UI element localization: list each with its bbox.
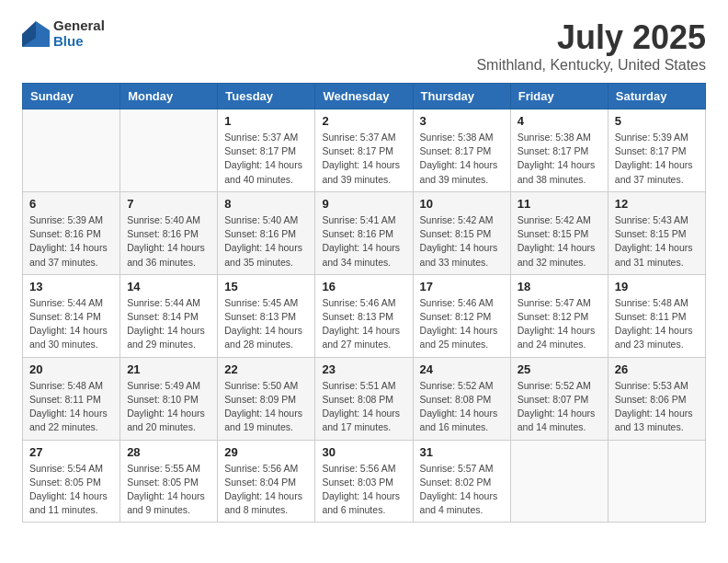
day-number: 12 xyxy=(615,197,699,211)
calendar-cell: 1Sunrise: 5:37 AM Sunset: 8:17 PM Daylig… xyxy=(218,109,315,192)
calendar-header: SundayMondayTuesdayWednesdayThursdayFrid… xyxy=(23,84,706,109)
day-number: 5 xyxy=(615,114,699,128)
calendar-week-3: 13Sunrise: 5:44 AM Sunset: 8:14 PM Dayli… xyxy=(23,274,706,357)
day-number: 23 xyxy=(322,362,405,376)
calendar-cell: 25Sunrise: 5:52 AM Sunset: 8:07 PM Dayli… xyxy=(510,357,608,440)
calendar-cell: 19Sunrise: 5:48 AM Sunset: 8:11 PM Dayli… xyxy=(608,274,705,357)
calendar-cell: 10Sunrise: 5:42 AM Sunset: 8:15 PM Dayli… xyxy=(413,191,510,274)
day-info: Sunrise: 5:57 AM Sunset: 8:02 PM Dayligh… xyxy=(420,462,504,518)
day-info: Sunrise: 5:40 AM Sunset: 8:16 PM Dayligh… xyxy=(127,213,210,270)
calendar-cell: 29Sunrise: 5:56 AM Sunset: 8:04 PM Dayli… xyxy=(218,440,315,523)
day-number: 28 xyxy=(127,445,210,459)
day-number: 7 xyxy=(127,197,210,211)
day-info: Sunrise: 5:48 AM Sunset: 8:11 PM Dayligh… xyxy=(29,379,113,435)
day-number: 21 xyxy=(127,362,210,376)
calendar-cell: 15Sunrise: 5:45 AM Sunset: 8:13 PM Dayli… xyxy=(218,274,315,357)
day-info: Sunrise: 5:51 AM Sunset: 8:08 PM Dayligh… xyxy=(322,379,405,435)
calendar-cell: 21Sunrise: 5:49 AM Sunset: 8:10 PM Dayli… xyxy=(120,357,218,440)
day-number: 19 xyxy=(615,280,699,293)
day-info: Sunrise: 5:44 AM Sunset: 8:14 PM Dayligh… xyxy=(127,296,210,352)
day-info: Sunrise: 5:37 AM Sunset: 8:17 PM Dayligh… xyxy=(224,131,308,187)
calendar-cell: 20Sunrise: 5:48 AM Sunset: 8:11 PM Dayli… xyxy=(23,357,120,440)
day-info: Sunrise: 5:41 AM Sunset: 8:16 PM Dayligh… xyxy=(322,213,405,270)
calendar-cell: 13Sunrise: 5:44 AM Sunset: 8:14 PM Dayli… xyxy=(23,274,120,357)
title-block: July 2025 Smithland, Kentucky, United St… xyxy=(476,18,706,74)
day-info: Sunrise: 5:46 AM Sunset: 8:13 PM Dayligh… xyxy=(322,296,405,352)
day-info: Sunrise: 5:44 AM Sunset: 8:14 PM Dayligh… xyxy=(29,296,113,352)
calendar-cell: 9Sunrise: 5:41 AM Sunset: 8:16 PM Daylig… xyxy=(315,191,413,274)
day-info: Sunrise: 5:43 AM Sunset: 8:15 PM Dayligh… xyxy=(615,213,699,270)
day-header-monday: Monday xyxy=(120,84,218,109)
day-number: 15 xyxy=(224,280,308,293)
logo-icon xyxy=(22,21,50,47)
calendar-cell xyxy=(120,109,218,192)
logo-general-text: General xyxy=(53,18,105,34)
header-row: SundayMondayTuesdayWednesdayThursdayFrid… xyxy=(23,84,706,109)
day-number: 18 xyxy=(518,280,601,293)
calendar-cell: 30Sunrise: 5:56 AM Sunset: 8:03 PM Dayli… xyxy=(315,440,413,523)
calendar-cell: 8Sunrise: 5:40 AM Sunset: 8:16 PM Daylig… xyxy=(218,191,315,274)
calendar-cell: 11Sunrise: 5:42 AM Sunset: 8:15 PM Dayli… xyxy=(510,191,608,274)
day-header-wednesday: Wednesday xyxy=(315,84,413,109)
logo: General Blue xyxy=(22,18,105,49)
calendar-cell xyxy=(510,440,608,523)
calendar-cell: 16Sunrise: 5:46 AM Sunset: 8:13 PM Dayli… xyxy=(315,274,413,357)
day-info: Sunrise: 5:46 AM Sunset: 8:12 PM Dayligh… xyxy=(420,296,504,352)
day-number: 20 xyxy=(29,362,113,376)
day-info: Sunrise: 5:39 AM Sunset: 8:16 PM Dayligh… xyxy=(29,213,113,270)
day-info: Sunrise: 5:48 AM Sunset: 8:11 PM Dayligh… xyxy=(615,296,699,352)
calendar-cell: 3Sunrise: 5:38 AM Sunset: 8:17 PM Daylig… xyxy=(413,109,510,192)
calendar-cell: 7Sunrise: 5:40 AM Sunset: 8:16 PM Daylig… xyxy=(120,191,218,274)
day-number: 4 xyxy=(518,114,601,128)
calendar: SundayMondayTuesdayWednesdayThursdayFrid… xyxy=(22,83,706,523)
day-number: 22 xyxy=(224,362,308,376)
day-number: 1 xyxy=(224,114,308,128)
day-info: Sunrise: 5:38 AM Sunset: 8:17 PM Dayligh… xyxy=(518,131,601,187)
day-number: 14 xyxy=(127,280,210,293)
day-number: 13 xyxy=(29,280,113,293)
calendar-cell xyxy=(608,440,705,523)
day-info: Sunrise: 5:37 AM Sunset: 8:17 PM Dayligh… xyxy=(322,131,405,187)
day-number: 30 xyxy=(322,445,405,459)
day-info: Sunrise: 5:49 AM Sunset: 8:10 PM Dayligh… xyxy=(127,379,210,435)
calendar-cell: 6Sunrise: 5:39 AM Sunset: 8:16 PM Daylig… xyxy=(23,191,120,274)
day-number: 2 xyxy=(322,114,405,128)
day-header-tuesday: Tuesday xyxy=(218,84,315,109)
sub-title: Smithland, Kentucky, United States xyxy=(476,57,706,74)
day-number: 25 xyxy=(518,362,601,376)
day-info: Sunrise: 5:42 AM Sunset: 8:15 PM Dayligh… xyxy=(420,213,504,270)
page: General Blue July 2025 Smithland, Kentuc… xyxy=(0,0,728,541)
day-number: 27 xyxy=(29,445,113,459)
day-info: Sunrise: 5:39 AM Sunset: 8:17 PM Dayligh… xyxy=(615,131,699,187)
calendar-cell: 26Sunrise: 5:53 AM Sunset: 8:06 PM Dayli… xyxy=(608,357,705,440)
day-info: Sunrise: 5:56 AM Sunset: 8:03 PM Dayligh… xyxy=(322,462,405,518)
day-number: 16 xyxy=(322,280,405,293)
calendar-cell xyxy=(23,109,120,192)
calendar-cell: 31Sunrise: 5:57 AM Sunset: 8:02 PM Dayli… xyxy=(413,440,510,523)
day-number: 24 xyxy=(420,362,504,376)
calendar-body: 1Sunrise: 5:37 AM Sunset: 8:17 PM Daylig… xyxy=(23,109,706,523)
day-info: Sunrise: 5:52 AM Sunset: 8:07 PM Dayligh… xyxy=(518,379,601,435)
day-header-saturday: Saturday xyxy=(608,84,705,109)
day-info: Sunrise: 5:54 AM Sunset: 8:05 PM Dayligh… xyxy=(29,462,113,518)
calendar-week-5: 27Sunrise: 5:54 AM Sunset: 8:05 PM Dayli… xyxy=(23,440,706,523)
header: General Blue July 2025 Smithland, Kentuc… xyxy=(22,18,706,74)
calendar-cell: 18Sunrise: 5:47 AM Sunset: 8:12 PM Dayli… xyxy=(510,274,608,357)
day-info: Sunrise: 5:45 AM Sunset: 8:13 PM Dayligh… xyxy=(224,296,308,352)
calendar-cell: 4Sunrise: 5:38 AM Sunset: 8:17 PM Daylig… xyxy=(510,109,608,192)
day-info: Sunrise: 5:56 AM Sunset: 8:04 PM Dayligh… xyxy=(224,462,308,518)
logo-blue-text: Blue xyxy=(53,34,105,50)
day-number: 10 xyxy=(420,197,504,211)
calendar-week-4: 20Sunrise: 5:48 AM Sunset: 8:11 PM Dayli… xyxy=(23,357,706,440)
day-info: Sunrise: 5:42 AM Sunset: 8:15 PM Dayligh… xyxy=(518,213,601,270)
calendar-cell: 12Sunrise: 5:43 AM Sunset: 8:15 PM Dayli… xyxy=(608,191,705,274)
day-number: 3 xyxy=(420,114,504,128)
day-info: Sunrise: 5:55 AM Sunset: 8:05 PM Dayligh… xyxy=(127,462,210,518)
calendar-week-2: 6Sunrise: 5:39 AM Sunset: 8:16 PM Daylig… xyxy=(23,191,706,274)
calendar-cell: 23Sunrise: 5:51 AM Sunset: 8:08 PM Dayli… xyxy=(315,357,413,440)
day-number: 6 xyxy=(29,197,113,211)
day-number: 9 xyxy=(322,197,405,211)
main-title: July 2025 xyxy=(476,18,706,57)
day-header-friday: Friday xyxy=(510,84,608,109)
day-header-thursday: Thursday xyxy=(413,84,510,109)
